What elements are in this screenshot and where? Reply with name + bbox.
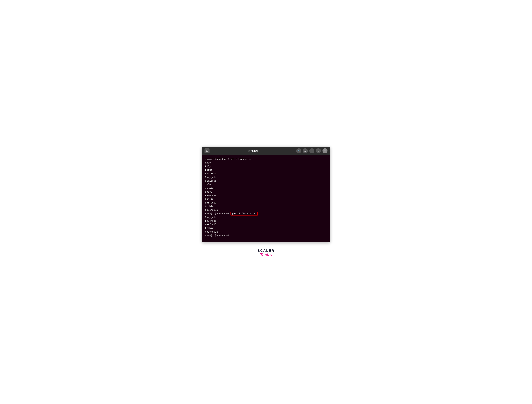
grep-calendula: Calendula bbox=[205, 230, 327, 234]
output-marygold: Marygold bbox=[205, 176, 327, 179]
close-button[interactable]: × bbox=[323, 148, 327, 153]
command2-text: grep d flowers.txt bbox=[230, 212, 258, 215]
maximize-icon: □ bbox=[318, 150, 319, 152]
output-sunflower: Sunflower bbox=[205, 172, 327, 176]
titlebar: ⊞ Terminal 🔍 ☰ − □ × bbox=[202, 147, 330, 155]
minimize-icon: − bbox=[311, 150, 312, 152]
scaler-logo: SCALER Topics bbox=[258, 249, 274, 257]
output-lily: Lily bbox=[205, 165, 327, 168]
command1-line: surajit@ubuntu:~$ cat flowers.txt bbox=[205, 158, 327, 161]
terminal-window: ⊞ Terminal 🔍 ☰ − □ × surajit@ubuntu:~$ c… bbox=[202, 147, 330, 242]
menu-icon: ☰ bbox=[304, 150, 306, 152]
grep-daffodil: Daffodil bbox=[205, 223, 327, 227]
output-calendula: Calendula bbox=[205, 208, 327, 212]
final-prompt-line: surajit@ubuntu:~$ bbox=[205, 234, 327, 237]
minimize-button[interactable]: − bbox=[309, 148, 314, 153]
window-title: Terminal bbox=[209, 149, 296, 152]
new-tab-button[interactable]: ⊞ bbox=[205, 148, 209, 153]
command2-line: surajit@ubuntu:~$ grep d flowers.txt bbox=[205, 212, 327, 215]
command1-text: cat flowers.txt bbox=[230, 158, 252, 161]
final-prompt: surajit@ubuntu:~$ bbox=[205, 234, 229, 237]
titlebar-controls: 🔍 ☰ − □ × bbox=[296, 148, 327, 153]
command2-prompt: surajit@ubuntu:~$ bbox=[205, 212, 230, 215]
scaler-topics-text: Topics bbox=[258, 252, 274, 257]
output-lotus: Lotus bbox=[205, 168, 327, 172]
search-button[interactable]: 🔍 bbox=[296, 148, 301, 153]
output-daffodil: Daffodil bbox=[205, 201, 327, 205]
output-orchid: Orchid bbox=[205, 205, 327, 208]
menu-button[interactable]: ☰ bbox=[303, 148, 308, 153]
close-icon: × bbox=[324, 150, 326, 152]
maximize-button[interactable]: □ bbox=[316, 148, 321, 153]
grep-marygold: Marygold bbox=[205, 216, 327, 219]
output-hibiscus: Hibiscus bbox=[205, 179, 327, 183]
titlebar-left: ⊞ bbox=[205, 148, 209, 153]
search-icon: 🔍 bbox=[298, 150, 300, 152]
command1-prompt: surajit@ubuntu:~$ bbox=[205, 158, 230, 161]
output-daisy: Daisy bbox=[205, 190, 327, 194]
output-dahlia: Dahlia bbox=[205, 197, 327, 201]
output-rose: Rose bbox=[205, 161, 327, 165]
output-jasmine: Jasmine bbox=[205, 187, 327, 190]
grep-orchid: Orchid bbox=[205, 227, 327, 230]
grep-lavender: Lavender bbox=[205, 219, 327, 223]
output-lavender: Lavender bbox=[205, 194, 327, 197]
output-tulup: Tulup bbox=[205, 183, 327, 186]
terminal-body[interactable]: surajit@ubuntu:~$ cat flowers.txt Rose L… bbox=[202, 155, 330, 242]
